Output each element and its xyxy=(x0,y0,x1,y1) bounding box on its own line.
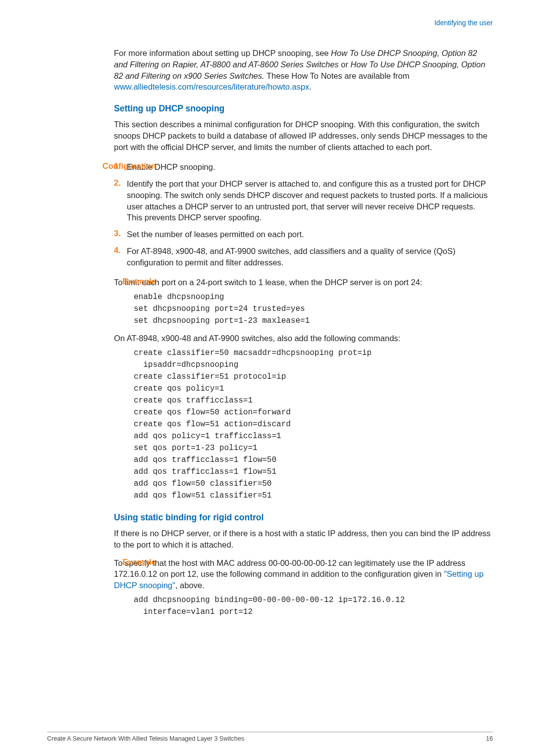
example-2-label: Example xyxy=(94,557,156,567)
config-step-1: 1. Enable DHCP snooping. xyxy=(114,161,493,173)
intro-text-1: For more information about setting up DH… xyxy=(114,49,331,57)
intro-text-2: or xyxy=(339,60,351,69)
step-text-2: Identify the port that your DHCP server … xyxy=(127,178,493,223)
example-1-label: Example xyxy=(94,277,156,286)
sec1-paragraph: This section describes a minimal configu… xyxy=(114,119,493,152)
header-section-link[interactable]: Identifying the user xyxy=(434,19,493,27)
config-step-2: 2. Identify the port that your DHCP serv… xyxy=(114,178,493,223)
example-1-para-2: On AT-8948, x900-48 and AT-9900 switches… xyxy=(114,333,493,344)
example-1-code-2: create classifier=50 macsaddr=dhcpsnoopi… xyxy=(134,347,493,502)
example-1-lead: To limit each port on a 24-port switch t… xyxy=(114,277,493,288)
example-2-code: add dhcpsnooping binding=00-00-00-00-00-… xyxy=(134,594,493,618)
config-step-3: 3. Set the number of leases permitted on… xyxy=(114,229,493,240)
configuration-label: Configuration xyxy=(94,161,156,171)
step-number-3: 3. xyxy=(114,229,127,240)
step-text-1: Enable DHCP snooping. xyxy=(127,161,493,173)
config-step-4: 4. For AT-8948, x900-48, and AT-9900 swi… xyxy=(114,246,493,268)
sec2-paragraph: If there is no DHCP server, or if there … xyxy=(114,528,493,551)
intro-text-4: . xyxy=(309,82,312,91)
step-text-3: Set the number of leases permitted on ea… xyxy=(127,229,493,240)
page-footer: Create A Secure Network With Allied Tele… xyxy=(47,732,493,742)
heading-static-binding: Using static binding for rigid control xyxy=(114,512,493,523)
intro-link[interactable]: www.alliedtelesis.com/resources/literatu… xyxy=(114,82,309,91)
intro-paragraph: For more information about setting up DH… xyxy=(114,48,493,93)
footer-page-number: 16 xyxy=(486,735,493,742)
example-1-code-1: enable dhcpsnooping set dhcpsnooping por… xyxy=(134,291,493,327)
footer-doc-title: Create A Secure Network With Allied Tele… xyxy=(47,735,244,742)
example-2-lead-post: , above. xyxy=(175,581,205,590)
example-2-lead: To specify that the host with MAC addres… xyxy=(114,557,493,591)
intro-text-3: These How To Notes are available from xyxy=(265,71,410,80)
heading-setting-up-dhcp-snooping: Setting up DHCP snooping xyxy=(114,103,493,114)
step-text-4: For AT-8948, x900-48, and AT-9900 switch… xyxy=(127,246,493,268)
example-2-lead-pre: To specify that the host with MAC addres… xyxy=(114,558,466,579)
step-number-4: 4. xyxy=(114,246,127,268)
step-number-2: 2. xyxy=(114,178,127,223)
